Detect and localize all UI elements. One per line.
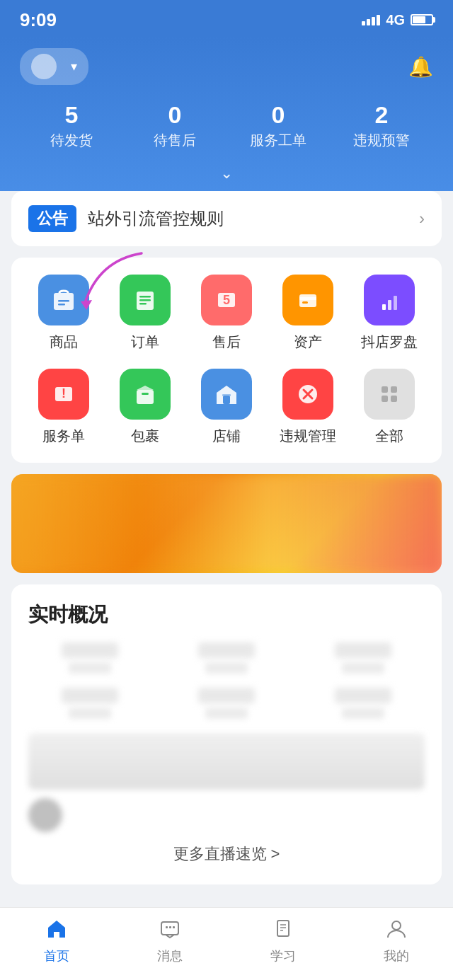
announcement-arrow-icon: › (419, 209, 425, 229)
menu-item-package[interactable]: 包裹 (104, 369, 185, 446)
nav-learning-label: 学习 (270, 947, 296, 964)
menu-item-all[interactable]: 全部 (349, 369, 430, 446)
svg-point-39 (392, 921, 401, 930)
realtime-label-3 (342, 662, 384, 674)
svg-rect-10 (299, 294, 316, 307)
stat-number-pending-ship: 5 (20, 102, 123, 128)
realtime-label-2 (205, 662, 248, 674)
announcement-tag: 公告 (28, 205, 76, 232)
svg-rect-15 (394, 296, 397, 310)
product-icon (38, 275, 89, 325)
menu-item-order[interactable]: 订单 (104, 275, 185, 352)
realtime-item-5 (165, 688, 287, 719)
stat-label-violation-warning: 违规预警 (330, 131, 433, 150)
realtime-item-6 (302, 688, 425, 719)
svg-rect-27 (382, 386, 388, 393)
battery-icon (411, 14, 433, 25)
menu-label-shop: 店铺 (212, 427, 241, 446)
nav-message-label: 消息 (157, 947, 183, 964)
store-selector[interactable]: ▾ (20, 48, 88, 85)
service-icon: ! (38, 369, 89, 420)
home-nav-icon (45, 918, 68, 944)
realtime-title: 实时概况 (28, 601, 425, 628)
stat-service-order[interactable]: 0 服务工单 (226, 102, 330, 150)
svg-text:5: 5 (223, 293, 230, 307)
menu-item-doustore[interactable]: 抖店罗盘 (349, 275, 430, 352)
nav-home[interactable]: 首页 (21, 918, 92, 964)
stat-pending-ship[interactable]: 5 待发货 (20, 102, 123, 150)
doustore-icon (364, 275, 415, 325)
status-icons: 4G (362, 12, 433, 28)
realtime-label-1 (69, 662, 111, 674)
svg-rect-13 (382, 304, 386, 310)
realtime-value-5 (198, 688, 255, 703)
realtime-stats-row1 (28, 642, 425, 674)
realtime-item-3 (302, 642, 425, 674)
all-icon (364, 369, 415, 420)
order-icon (120, 275, 171, 325)
stat-number-service-order: 0 (226, 102, 330, 128)
banner[interactable] (11, 474, 442, 573)
more-live-text: 更多直播速览 (173, 843, 267, 865)
assets-icon (282, 275, 333, 325)
realtime-card: 实时概况 (11, 584, 442, 884)
svg-rect-28 (391, 386, 397, 393)
header: ▾ 🔔 5 待发货 0 待售后 0 服务工单 2 违规预警 ⌄ (0, 37, 453, 205)
svg-rect-30 (391, 396, 397, 402)
store-avatar (31, 54, 57, 79)
menu-label-assets: 资产 (294, 333, 322, 352)
signal-icon (362, 15, 380, 25)
menu-label-product: 商品 (50, 333, 78, 352)
stat-violation-warning[interactable]: 2 违规预警 (330, 102, 433, 150)
network-label: 4G (386, 12, 405, 28)
menu-item-shop[interactable]: 店铺 (185, 369, 267, 446)
expand-chevron-icon[interactable]: ⌄ (20, 164, 433, 185)
svg-rect-22 (223, 396, 230, 404)
nav-message[interactable]: 消息 (134, 918, 205, 964)
svg-rect-2 (58, 300, 69, 302)
realtime-value-4 (62, 688, 118, 703)
svg-rect-34 (173, 926, 175, 928)
nav-mine[interactable]: 我的 (361, 918, 432, 964)
stats-row: 5 待发货 0 待售后 0 服务工单 2 违规预警 (20, 102, 433, 150)
realtime-bottom-row (28, 798, 425, 832)
svg-text:!: ! (62, 386, 66, 400)
menu-label-order: 订单 (131, 333, 159, 352)
menu-item-violation[interactable]: 违规管理 (268, 369, 349, 446)
nav-home-label: 首页 (44, 947, 69, 964)
announcement-card[interactable]: 公告 站外引流管控规则 › (11, 191, 442, 246)
stat-number-pending-aftersale: 0 (123, 102, 226, 128)
main-content: 公告 站外引流管控规则 › 商品 (0, 191, 453, 907)
menu-label-all: 全部 (375, 427, 403, 446)
stat-label-service-order: 服务工单 (226, 131, 330, 150)
realtime-value-2 (198, 642, 255, 658)
svg-rect-7 (139, 303, 147, 305)
menu-item-aftersale[interactable]: 5 售后 (185, 275, 267, 352)
realtime-item-4 (28, 688, 151, 719)
more-live-link[interactable]: 更多直播速览 > (28, 832, 425, 867)
shop-icon (201, 369, 252, 420)
header-top: ▾ 🔔 (20, 48, 433, 85)
stat-label-pending-ship: 待发货 (20, 131, 123, 150)
menu-card: 商品 订单 5 (11, 258, 442, 463)
menu-label-package: 包裹 (131, 427, 159, 446)
svg-rect-33 (169, 926, 171, 928)
menu-item-product[interactable]: 商品 (23, 275, 104, 352)
bell-icon[interactable]: 🔔 (408, 55, 433, 79)
nav-mine-label: 我的 (384, 947, 409, 964)
realtime-label-5 (205, 708, 248, 719)
announcement-text: 站外引流管控规则 (88, 207, 419, 230)
realtime-chart (28, 733, 425, 790)
menu-label-service: 服务单 (42, 427, 85, 446)
svg-rect-18 (137, 390, 154, 404)
svg-rect-11 (299, 297, 316, 300)
realtime-value-6 (335, 688, 391, 703)
nav-learning[interactable]: 学习 (248, 918, 319, 964)
stat-pending-aftersale[interactable]: 0 待售后 (123, 102, 226, 150)
package-icon (120, 369, 171, 420)
realtime-item-1 (28, 642, 151, 674)
menu-item-service[interactable]: ! 服务单 (23, 369, 104, 446)
realtime-label-6 (342, 708, 384, 719)
menu-item-assets[interactable]: 资产 (268, 275, 349, 352)
banner-overlay (11, 474, 442, 573)
